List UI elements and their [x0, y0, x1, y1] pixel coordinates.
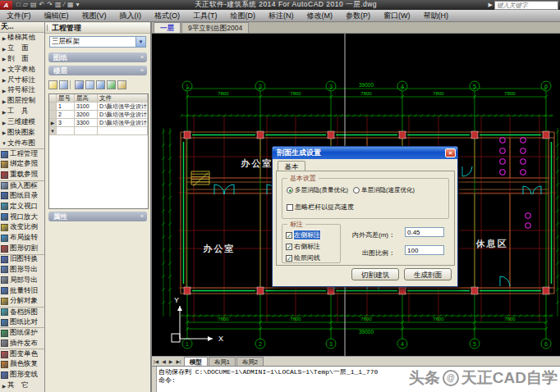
cell[interactable]: 3 [57, 119, 75, 127]
screen-menu-item-重载参照[interactable]: 重载参照 [0, 170, 44, 180]
dialog-title-bar[interactable]: 剖面生成设置 × [273, 147, 457, 159]
floor-row-2[interactable]: 23200D:\颜培强毕业设计\ [49, 111, 148, 119]
screen-menu-item-图形导出[interactable]: 图形导出 [0, 264, 44, 275]
screen-menu-item-备档拆图[interactable]: 备档拆图 [0, 307, 44, 317]
screen-menu-item-尺寸标注[interactable]: ▶尺寸标注 [0, 75, 44, 85]
menu-帮助(H)[interactable]: 帮助(H) [417, 11, 456, 21]
open-file-icon[interactable]: ▱ [23, 1, 28, 9]
doc-tab-9平立剖总图2004[interactable]: 9平立剖总图2004 [181, 22, 249, 33]
screen-menu-item-图变单色[interactable]: 图变单色 [0, 349, 44, 359]
image-frame-icon[interactable] [59, 80, 68, 89]
layout-nav-icon[interactable]: ▶ [168, 358, 175, 364]
project-select[interactable]: 三层框架 ▼ [49, 36, 146, 48]
screen-menu-item-图纸目录[interactable]: 图纸目录 [0, 191, 44, 202]
checkbox-right-dim[interactable]: ✓ [286, 244, 292, 250]
screen-menu-item-其它[interactable]: ▶其 它 [0, 381, 44, 391]
cell[interactable]: 2 [57, 111, 75, 119]
screen-menu-item-插件发布[interactable]: 插件发布 [0, 338, 44, 349]
layout-nav-icon[interactable]: |◀ [152, 358, 160, 364]
cell[interactable]: 3300 [75, 119, 98, 127]
checkbox-floor-line[interactable]: ✓ [286, 255, 292, 262]
floor-row-1[interactable]: 13100D:\颜培强毕业设计\ [49, 103, 148, 111]
screen-menu-header[interactable]: 天... [0, 22, 44, 33]
infocenter-search-input[interactable] [494, 1, 558, 10]
screen-menu-item-文件布图[interactable]: ▼文件布图 [0, 138, 44, 148]
cell[interactable]: 3100 [75, 103, 98, 111]
menu-视图(V)[interactable]: 视图(V) [76, 11, 113, 21]
box-3d-icon[interactable] [117, 80, 126, 89]
menu-文件(F)[interactable]: 文件(F) [0, 11, 38, 21]
cad-canvas[interactable]: 1122334455663900039000780078007800780078… [152, 34, 560, 356]
radio-multilayer-hide[interactable] [287, 187, 293, 194]
infocenter-arrow-icon[interactable]: ▶ [489, 2, 493, 8]
screen-menu-item-工具[interactable]: ▶工 具 [0, 107, 44, 117]
menu-窗口(W)[interactable]: 窗口(W) [377, 11, 417, 21]
screen-menu-item-批量转旧[interactable]: 批量转旧 [0, 285, 44, 296]
screen-menu-item-视口放大[interactable]: 视口放大 [0, 212, 44, 222]
screen-menu-item-图层控制[interactable]: ▶图层控制 [0, 96, 44, 107]
column-header-层号[interactable]: 层号 [57, 94, 75, 103]
generate-section-button[interactable]: 生成剖面 [404, 268, 452, 280]
screen-menu-item-旧图转换[interactable]: 旧图转换 [0, 254, 44, 265]
screen-menu-item-绑定参照[interactable]: 绑定参照 [0, 159, 44, 170]
open-project-icon[interactable] [48, 80, 57, 89]
layout-tab-布局1[interactable]: 布局1 [209, 357, 236, 367]
project-panel-title[interactable]: 工程管理 [45, 23, 150, 34]
autocad-logo-icon[interactable]: A [0, 1, 12, 10]
close-icon[interactable]: × [445, 148, 456, 157]
print-icon[interactable]: ▥ [55, 1, 62, 9]
undo-icon[interactable]: ↶ [39, 1, 45, 9]
menu-绘图(D)[interactable]: 绘图(D) [224, 11, 263, 21]
checkbox-ignore-railing[interactable] [287, 204, 293, 211]
layout-tab-模型[interactable]: 模型 [184, 357, 208, 367]
cut-building-button[interactable]: 切割建筑 [351, 268, 399, 280]
cell[interactable]: 1 [57, 103, 75, 111]
screen-menu-item-图形切割[interactable]: 图形切割 [0, 244, 44, 254]
toolbar-menu-icon[interactable]: ▾ [76, 1, 79, 9]
table-grid-icon[interactable] [96, 80, 105, 89]
layout-nav-icon[interactable]: ▶| [174, 358, 182, 364]
save-as-icon[interactable]: ▦ [67, 1, 74, 9]
cell[interactable]: 3200 [75, 111, 98, 119]
height-diff-input[interactable] [405, 227, 444, 237]
menu-参数(P)[interactable]: 参数(P) [339, 11, 377, 21]
screen-menu-item-图块图案[interactable]: ▶图块图案 [0, 127, 44, 138]
screen-menu-item-改变比例[interactable]: 改变比例 [0, 222, 44, 233]
screen-menu-item-图纸保护[interactable]: 图纸保护 [0, 327, 44, 338]
menu-标注(N)[interactable]: 标注(N) [262, 11, 301, 21]
new-file-icon[interactable]: □ [16, 1, 21, 9]
section-sheets[interactable]: 图纸 » [48, 52, 147, 62]
screen-menu-item-布局旋转[interactable]: 布局旋转 [0, 233, 44, 244]
screen-menu-item-颜色恢复[interactable]: 颜色恢复 [0, 359, 44, 370]
screen-menu-item-定义视口[interactable]: 定义视口 [0, 201, 44, 212]
screen-menu-item-文字表格[interactable]: ▶文字表格 [0, 64, 44, 75]
screen-menu-item-图纸比对[interactable]: 图纸比对 [0, 317, 44, 328]
column-header-层高[interactable]: 层高 [75, 94, 98, 103]
doc-tab-一层[interactable]: 一层 [154, 22, 181, 33]
screen-menu-item-楼梯其他[interactable]: ▶楼梯其他 [0, 33, 44, 43]
save-icon[interactable]: ▤ [30, 1, 37, 9]
building-icon[interactable] [75, 80, 84, 89]
cell[interactable]: D:\颜培强毕业设计\ [98, 111, 148, 119]
screen-menu-item-工程管理[interactable]: 工程管理 [0, 148, 44, 159]
menu-格式(O)[interactable]: 格式(O) [148, 11, 186, 21]
layout-tab-布局2[interactable]: 布局2 [236, 357, 264, 367]
screen-menu-item-符号标注[interactable]: ▶符号标注 [0, 85, 44, 96]
screen-menu-item-立面[interactable]: ▶立 面 [0, 43, 44, 54]
screen-menu-item-三维建模[interactable]: ▶三维建模 [0, 117, 44, 128]
floor-row-3[interactable]: ▶33300D:\颜培强毕业设计\ [49, 119, 148, 127]
scale-input[interactable] [405, 245, 444, 255]
radio-singlelayer-hide[interactable] [353, 187, 360, 194]
cell[interactable]: D:\颜培强毕业设计\ [98, 103, 148, 111]
pen-icon[interactable]: ∕ [64, 1, 65, 9]
section-floors[interactable]: 楼层 « [48, 66, 147, 75]
cell[interactable]: D:\颜培强毕业设计\ [98, 119, 148, 127]
chevron-down-icon[interactable]: ▼ [135, 37, 145, 47]
menu-编辑(E)[interactable]: 编辑(E) [38, 11, 76, 21]
screen-menu-item-插入图框[interactable]: 插入图框 [0, 180, 44, 191]
redo-icon[interactable]: ↷ [47, 1, 53, 9]
screen-menu-item-局部导出[interactable]: 局部导出 [0, 275, 44, 285]
menu-修改(M)[interactable]: 修改(M) [301, 11, 340, 21]
section-properties[interactable]: 属性 » [48, 212, 147, 221]
screen-menu-item-分解对象[interactable]: 分解对象 [0, 296, 44, 307]
